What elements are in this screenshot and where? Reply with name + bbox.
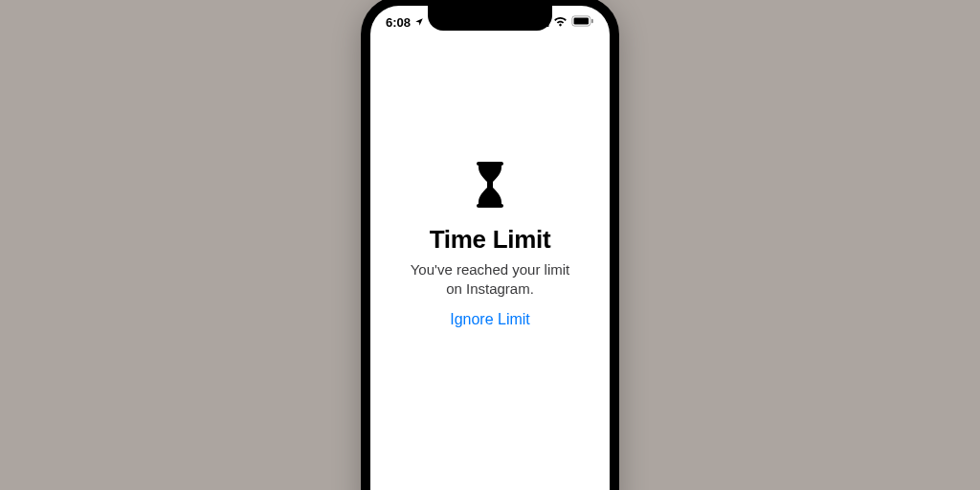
- time-limit-title: Time Limit: [430, 225, 551, 255]
- phone-screen: 6:08: [370, 6, 610, 490]
- ignore-limit-button[interactable]: Ignore Limit: [450, 311, 530, 328]
- iphone-frame: 6:08: [361, 0, 619, 490]
- time-limit-message-line2: on Instagram.: [446, 279, 534, 299]
- notch: [428, 6, 552, 31]
- screen-time-limit-view: Time Limit You've reached your limit on …: [370, 6, 610, 490]
- time-limit-message-line1: You've reached your limit: [411, 260, 570, 279]
- hourglass-icon: [471, 162, 509, 212]
